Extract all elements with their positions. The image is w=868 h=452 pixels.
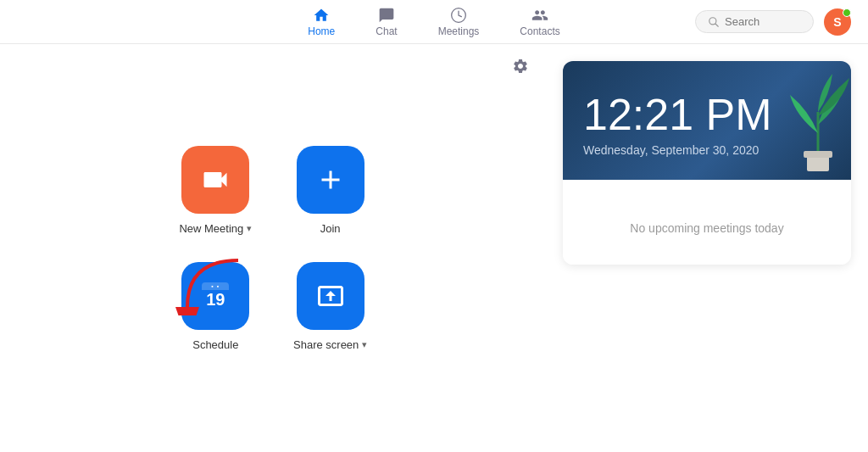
home-icon — [313, 7, 330, 24]
join-icon-bg — [297, 146, 364, 214]
join-action[interactable]: Join — [293, 146, 367, 235]
avatar[interactable]: S — [824, 8, 851, 36]
search-box[interactable] — [695, 10, 814, 33]
chat-icon — [378, 7, 395, 24]
share-screen-icon-bg — [297, 262, 364, 330]
gear-icon — [512, 58, 529, 75]
nav-tabs: Home Chat Meetings Contacts — [287, 3, 580, 41]
tab-meetings-label: Meetings — [438, 25, 480, 37]
nav-right: S — [695, 8, 851, 36]
main-content: New Meeting ▾ Join ▪ ▪ — [0, 44, 868, 452]
tab-chat-label: Chat — [376, 25, 397, 37]
new-meeting-label: New Meeting ▾ — [179, 222, 252, 235]
search-icon — [708, 16, 720, 28]
new-meeting-icon-bg — [181, 146, 249, 214]
action-grid: New Meeting ▾ Join ▪ ▪ — [179, 146, 368, 351]
new-meeting-chevron: ▾ — [247, 223, 252, 234]
calendar-header: 12:21 PM Wednesday, September 30, 2020 — [563, 61, 851, 180]
new-meeting-action[interactable]: New Meeting ▾ — [179, 146, 253, 235]
meetings-icon — [450, 7, 467, 24]
share-screen-action[interactable]: Share screen ▾ — [293, 262, 367, 351]
tab-contacts[interactable]: Contacts — [499, 3, 580, 41]
plant-decoration — [783, 61, 851, 180]
join-label: Join — [320, 222, 341, 235]
tab-home[interactable]: Home — [287, 3, 355, 41]
tab-contacts-label: Contacts — [520, 25, 559, 37]
tab-home-label: Home — [308, 25, 335, 37]
right-panel: 12:21 PM Wednesday, September 30, 2020 — [546, 44, 868, 452]
share-screen-icon — [315, 281, 346, 311]
search-input[interactable] — [725, 15, 801, 28]
plus-icon — [315, 165, 346, 195]
tab-meetings[interactable]: Meetings — [418, 3, 500, 41]
online-badge — [843, 8, 851, 17]
left-panel: New Meeting ▾ Join ▪ ▪ — [0, 44, 546, 452]
svg-rect-3 — [804, 151, 832, 158]
video-camera-icon — [200, 165, 231, 195]
contacts-icon — [531, 7, 548, 24]
red-arrow — [170, 256, 247, 315]
schedule-label: Schedule — [192, 338, 238, 351]
share-screen-label: Share screen ▾ — [293, 338, 367, 351]
no-meetings-text: No upcoming meetings today — [630, 221, 783, 235]
nav-bar: Home Chat Meetings Contacts — [0, 0, 868, 44]
settings-button[interactable] — [512, 58, 529, 78]
calendar-card: 12:21 PM Wednesday, September 30, 2020 — [563, 61, 851, 265]
calendar-body: No upcoming meetings today — [563, 180, 851, 265]
tab-chat[interactable]: Chat — [355, 3, 417, 41]
share-screen-chevron: ▾ — [362, 339, 367, 350]
